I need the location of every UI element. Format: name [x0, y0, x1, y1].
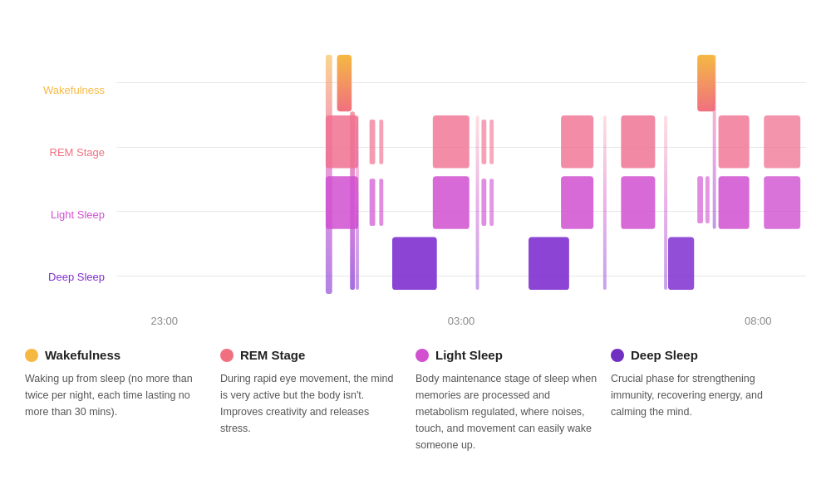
bar-rem-2: [370, 120, 376, 164]
legend-desc-light: Body maintenance stage of sleep when mem…: [416, 370, 597, 453]
bar-rem-5: [481, 120, 486, 164]
bar-light-5: [481, 179, 486, 226]
legend-dot-light: [416, 349, 429, 362]
chart-area: Wakefulness REM Stage Light Sleep Deep S…: [25, 51, 806, 333]
legend-dot-rem: [220, 349, 234, 362]
bar-light-4: [433, 176, 470, 228]
bar-connector-2: [476, 115, 479, 290]
legend-item-rem: REM Stage During rapid eye movement, the…: [220, 348, 416, 453]
bar-connector-4: [664, 115, 667, 290]
sleep-chart-container: Wakefulness REM Stage Light Sleep Deep S…: [17, 34, 814, 470]
bar-deep-1: [392, 237, 437, 290]
legend-dot-deep: [611, 349, 624, 362]
bar-deep-3: [668, 237, 694, 290]
bar-light-2: [370, 179, 376, 226]
bar-light-10: [706, 176, 710, 223]
y-axis-labels: Wakefulness REM Stage Light Sleep Deep S…: [25, 51, 116, 333]
y-label-wakefulness: Wakefulness: [25, 84, 116, 96]
bar-rem-3: [379, 120, 383, 164]
bar-connector-3: [603, 115, 607, 290]
bar-wake-1: [337, 55, 352, 111]
y-label-deep: Deep Sleep: [25, 271, 116, 283]
legend-label-light: Light Sleep: [435, 348, 503, 362]
y-label-light: Light Sleep: [25, 208, 116, 221]
legend-item-deep: Deep Sleep Crucial phase for strengtheni…: [611, 348, 806, 453]
bar-rem-9: [719, 115, 750, 168]
bar-light-3: [379, 179, 383, 226]
bar-span-1: [326, 55, 332, 294]
bar-rem-7: [561, 115, 593, 168]
bar-light-9: [697, 176, 703, 223]
legend-label-deep: Deep Sleep: [631, 348, 698, 362]
bar-rem-10: [764, 115, 800, 168]
x-label-2300: 23:00: [151, 315, 179, 327]
sleep-bars-svg: [116, 51, 806, 294]
bar-light-8: [621, 176, 655, 228]
bar-rem-4: [433, 115, 470, 168]
y-label-rem: REM Stage: [25, 146, 116, 159]
legend-item-wakefulness: Wakefulness Waking up from sleep (no mor…: [25, 348, 220, 453]
bar-light-12: [764, 176, 800, 228]
bar-connector-1: [356, 115, 359, 290]
x-axis: 23:00 03:00 08:00: [116, 308, 806, 333]
bar-rem-1: [326, 115, 358, 168]
x-label-0800: 08:00: [745, 315, 772, 327]
legend-dot-wakefulness: [25, 349, 38, 362]
bar-light-7: [561, 176, 593, 228]
bar-light-1: [326, 176, 358, 228]
bar-wake-2: [697, 55, 715, 111]
chart-body: 23:00 03:00 08:00: [116, 51, 806, 333]
bar-rem-8: [621, 115, 655, 168]
legend-desc-deep: Crucial phase for strengthening immunity…: [611, 370, 793, 420]
bar-light-6: [489, 179, 494, 226]
legend-desc-rem: During rapid eye movement, the mind is v…: [220, 370, 402, 437]
bar-deep-2: [529, 237, 569, 290]
legend-title-wakefulness: Wakefulness: [25, 348, 207, 362]
legend-title-light: Light Sleep: [416, 348, 597, 362]
legend-row: Wakefulness Waking up from sleep (no mor…: [25, 348, 806, 453]
legend-title-deep: Deep Sleep: [611, 348, 793, 362]
bar-light-11: [719, 176, 750, 228]
legend-item-light: Light Sleep Body maintenance stage of sl…: [416, 348, 611, 453]
legend-title-rem: REM Stage: [220, 348, 402, 362]
legend-label-wakefulness: Wakefulness: [45, 348, 120, 362]
legend-label-rem: REM Stage: [240, 348, 305, 362]
bar-rem-6: [489, 120, 494, 164]
bar-connector-5: [713, 55, 716, 229]
legend-desc-wakefulness: Waking up from sleep (no more than twice…: [25, 370, 207, 420]
x-label-0300: 03:00: [448, 315, 475, 327]
